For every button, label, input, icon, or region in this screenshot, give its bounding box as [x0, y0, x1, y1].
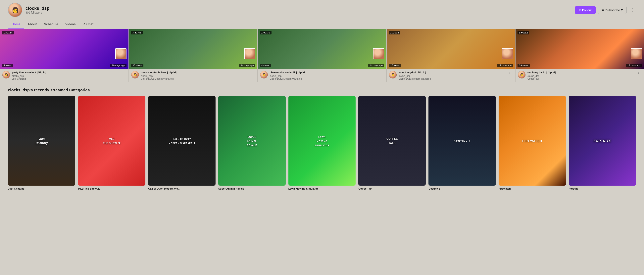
category-thumbnail: COFFEETALK [358, 96, 426, 186]
video-duration: 1:00:30 [260, 31, 272, 34]
video-info: 👩 onesie winter is here | !tip !dj clock… [129, 69, 257, 82]
video-duration: 1:00:32 [518, 31, 529, 34]
video-title: wow the grind | !tip !dj [398, 71, 505, 74]
chevron-down-icon: ▾ [621, 8, 623, 12]
thumb-meta: 17 views 17 days ago [389, 64, 513, 67]
category-card[interactable]: JustChatting Just Chatting [8, 96, 75, 190]
video-info: 👩 wow the grind | !tip !dj clocks_dsp Ca… [387, 69, 515, 82]
video-game: Call of Duty: Modern Warfare II [141, 78, 247, 80]
category-thumbnail: CALL OF DUTYMODERN WARFARE II [148, 96, 216, 186]
category-game-label: SUPERANIMALROYALE [247, 136, 257, 147]
category-game-label: MLBTHE SHOW 22 [103, 138, 120, 144]
video-more-button[interactable]: ⋮ [249, 71, 255, 76]
category-game-label: FIREWATCH [522, 140, 542, 142]
category-thumbnail: SUPERANIMALROYALE [218, 96, 286, 186]
subscribe-label: Subscribe [605, 8, 620, 12]
category-name: Coffee Talk [358, 187, 426, 190]
follow-button[interactable]: ♥ Follow [575, 6, 596, 14]
category-thumbnail: JustChatting [8, 96, 75, 186]
video-info: 👩 cheesecake and chill | !tip !dj clocks… [258, 69, 386, 82]
streamer-cam [115, 48, 126, 59]
video-more-button[interactable]: ⋮ [507, 71, 513, 76]
streamer-cam [373, 48, 384, 59]
category-thumbnail: MLBTHE SHOW 22 [78, 96, 146, 186]
category-thumbnail: LAWNMOWINGSIMULATOR [288, 96, 356, 186]
video-card[interactable]: 2:14:33 17 views 17 days ago 👩 wow the g… [386, 29, 515, 82]
categories-row: JustChatting Just Chatting MLBTHE SHOW 2… [8, 96, 636, 190]
video-title: ouch my back! | !tip !dj [528, 71, 634, 74]
more-options-button[interactable]: ⋮ [628, 6, 636, 14]
categories-section: clocks_dsp's recently streamed Categorie… [0, 82, 644, 196]
category-thumbnail: FORTNITE [569, 96, 636, 186]
video-age: 17 days ago [497, 64, 513, 67]
category-thumbnail-label: FORTNITE [572, 139, 633, 143]
channel-nav: Home About Schedule Videos ↗ Chat [0, 20, 644, 29]
videos-row: 1:42:24 4 views 10 days ago 👩 party time… [0, 29, 644, 82]
star-icon: ☆ [602, 8, 604, 12]
nav-videos[interactable]: Videos [62, 20, 79, 29]
streamer-cam [502, 48, 513, 59]
category-card[interactable]: LAWNMOWINGSIMULATOR Lawn Mowing Simulato… [288, 96, 356, 190]
category-game-label: CALL OF DUTYMODERN WARFARE II [168, 138, 195, 144]
category-name: Lawn Mowing Simulator [288, 187, 356, 190]
header: 👩 clocks_dsp 406 followers ♥ Follow ☆ Su… [0, 0, 644, 20]
video-channel-avatar: 👩 [2, 71, 10, 78]
video-views: 29 views [518, 64, 530, 67]
category-name: Firewatch [498, 187, 566, 190]
category-thumbnail-label: CALL OF DUTYMODERN WARFARE II [152, 136, 212, 145]
thumb-meta: 29 views 19 days ago [518, 64, 642, 67]
category-card[interactable]: FORTNITE Fortnite [569, 96, 636, 190]
nav-about[interactable]: About [24, 20, 40, 29]
nav-home[interactable]: Home [8, 20, 24, 29]
category-thumbnail: DESTINY 2 [428, 96, 496, 186]
heart-icon: ♥ [579, 8, 581, 12]
video-title: onesie winter is here | !tip !dj [141, 71, 247, 74]
category-card[interactable]: FIREWATCH Firewatch [498, 96, 566, 190]
video-more-button[interactable]: ⋮ [636, 71, 642, 76]
category-game-label: DESTINY 2 [454, 140, 471, 142]
subscribe-button[interactable]: ☆ Subscribe ▾ [598, 6, 626, 14]
video-info: 👩 ouch my back! | !tip !dj clocks_dsp Co… [516, 69, 644, 82]
video-title: party time excellent | !tip !dj [12, 71, 118, 74]
nav-schedule[interactable]: Schedule [40, 20, 62, 29]
video-more-button[interactable]: ⋮ [120, 71, 126, 76]
video-channel: clocks_dsp [270, 75, 376, 78]
video-card[interactable]: 1:42:24 4 views 10 days ago 👩 party time… [0, 29, 128, 82]
video-age: 14 days ago [368, 64, 384, 67]
video-game: Call of Duty: Modern Warfare II [398, 78, 505, 80]
video-card[interactable]: 1:00:32 29 views 19 days ago 👩 ouch my b… [515, 29, 644, 82]
video-channel-avatar: 👩 [260, 71, 268, 78]
video-more-button[interactable]: ⋮ [378, 71, 384, 76]
category-name: Destiny 2 [428, 187, 496, 190]
video-duration: 1:42:24 [2, 31, 14, 34]
category-game-label: LAWNMOWINGSIMULATOR [315, 136, 329, 146]
nav-chat[interactable]: ↗ Chat [79, 20, 97, 29]
video-channel: clocks_dsp [398, 75, 505, 78]
category-name: Just Chatting [8, 187, 75, 190]
category-card[interactable]: CALL OF DUTYMODERN WARFARE II Call of Du… [148, 96, 216, 190]
video-thumbnail: 3:22:42 35 views 14 days ago [129, 29, 257, 69]
video-card[interactable]: 1:00:30 4 views 14 days ago 👩 cheesecake… [257, 29, 386, 82]
category-card[interactable]: SUPERANIMALROYALE Super Animal Royale [218, 96, 286, 190]
category-card[interactable]: DESTINY 2 Destiny 2 [428, 96, 496, 190]
avatar-image: 👩 [8, 3, 22, 17]
category-card[interactable]: MLBTHE SHOW 22 MLB The Show 22 [78, 96, 146, 190]
channel-name: clocks_dsp [26, 6, 50, 11]
avatar: 👩 [8, 3, 22, 17]
video-channel-avatar: 👩 [131, 71, 139, 78]
category-thumbnail-label: FIREWATCH [502, 139, 562, 143]
video-thumbnail: 1:42:24 4 views 10 days ago [0, 29, 128, 69]
video-info-text: wow the grind | !tip !dj clocks_dsp Call… [398, 71, 505, 80]
category-thumbnail-label: JustChatting [11, 136, 72, 145]
category-card[interactable]: COFFEETALK Coffee Talk [358, 96, 426, 190]
streamer-cam [631, 48, 642, 59]
video-card[interactable]: 3:22:42 35 views 14 days ago 👩 onesie wi… [128, 29, 257, 82]
category-name: Super Animal Royale [218, 187, 286, 190]
category-thumbnail-label: DESTINY 2 [432, 139, 492, 143]
video-age: 19 days ago [626, 64, 642, 67]
video-thumbnail: 2:14:33 17 views 17 days ago [387, 29, 515, 69]
follow-label: Follow [582, 8, 592, 12]
video-title: cheesecake and chill | !tip !dj [270, 71, 376, 74]
video-channel-avatar: 👩 [389, 71, 396, 78]
thumb-meta: 4 views 14 days ago [260, 64, 384, 67]
